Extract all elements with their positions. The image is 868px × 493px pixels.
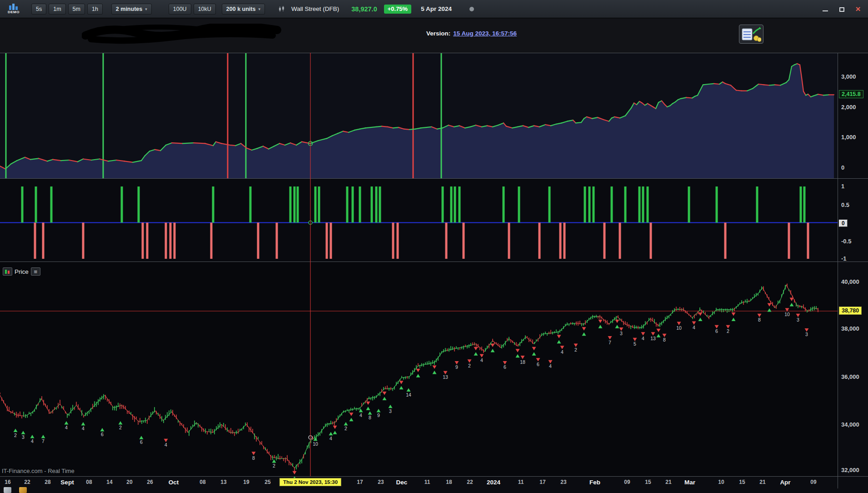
svg-text:8: 8 [369,415,371,420]
svg-text:10: 10 [313,441,318,447]
timeframe-1m-button[interactable]: 1m [49,4,65,15]
svg-text:2: 2 [468,363,471,368]
demo-logo-label: DEMO [8,10,20,14]
svg-text:2: 2 [574,347,577,352]
taskbar-icon-2[interactable] [19,487,27,493]
demo-logo-icon [9,4,19,10]
period-label: 2 minutes [116,6,142,12]
watermark: IT-Finance.com - Real Time [2,468,75,474]
svg-text:3: 3 [797,317,799,322]
minimize-icon [823,10,828,11]
price-style-button[interactable] [3,267,12,276]
svg-text:8: 8 [758,317,761,322]
version-label: Version: [426,30,450,37]
demo-logo: DEMO [4,4,24,14]
units-label: 200 k units [226,6,256,12]
svg-text:18: 18 [520,359,525,365]
timeframe-5s-button[interactable]: 5s [31,4,46,15]
svg-text:2: 2 [119,425,122,430]
svg-text:8: 8 [252,455,255,461]
chart-canvas[interactable]: 2347446264821042489314139246186442735413… [0,0,868,493]
close-button[interactable]: × [854,5,862,13]
maximize-button[interactable] [838,5,845,13]
svg-text:4: 4 [549,363,552,369]
window-controls: × [822,5,864,13]
instrument-chart-icon [278,6,285,12]
instrument-price: 38,927.0 [351,5,377,13]
svg-text:7: 7 [42,438,45,444]
taskbar-icon-1[interactable] [4,487,11,493]
redaction-scribble [82,24,282,45]
status-dot [469,7,474,11]
svg-text:4: 4 [329,436,332,441]
version-link[interactable]: 15 Aug 2023, 16:57:56 [453,30,517,37]
svg-text:2: 2 [344,426,347,431]
svg-text:3: 3 [22,434,25,440]
size-100u-button[interactable]: 100U [169,4,191,15]
svg-text:6: 6 [101,432,104,437]
statistics-icon [741,26,761,42]
version-bar: Version:15 Aug 2023, 16:57:56 [0,18,868,53]
svg-text:2: 2 [727,328,729,334]
svg-text:4: 4 [165,442,167,448]
price-menu-button[interactable]: ≡ [31,267,40,276]
svg-text:4: 4 [65,425,68,430]
size-10ku-button[interactable]: 10kU [194,4,216,15]
price-panel-header: Price ≡ [3,267,40,276]
period-dropdown[interactable]: 2 minutes ▾ [111,4,152,15]
svg-text:2: 2 [273,463,275,468]
svg-text:4: 4 [642,336,644,341]
svg-text:9: 9 [455,364,458,370]
svg-text:13: 13 [650,336,656,341]
svg-text:9: 9 [377,413,380,418]
svg-text:10: 10 [784,312,790,317]
svg-text:5: 5 [634,341,636,347]
svg-text:6: 6 [140,439,143,445]
svg-text:6: 6 [715,328,718,334]
svg-text:14: 14 [406,392,411,397]
svg-text:4: 4 [359,413,362,418]
svg-text:4: 4 [480,357,483,363]
titlebar: DEMO 5s 1m 5m 1h 2 minutes ▾ 100U 10kU 2… [0,0,868,18]
svg-text:6: 6 [537,362,539,367]
svg-text:4: 4 [561,349,564,355]
maximize-icon [839,7,844,12]
svg-text:6: 6 [504,364,506,370]
svg-text:2: 2 [14,433,17,438]
svg-text:3: 3 [805,332,808,337]
chevron-down-icon: ▾ [145,7,147,11]
svg-text:7: 7 [609,340,611,345]
change-badge: +0.75% [384,5,411,14]
chevron-down-icon: ▾ [258,7,260,11]
svg-text:4: 4 [82,426,85,431]
instrument-name: Wall Street (DFB) [291,5,339,12]
svg-text:3: 3 [389,408,392,414]
statistics-button[interactable] [739,25,763,44]
svg-text:4: 4 [31,438,34,444]
session-date: 5 Apr 2024 [421,5,452,12]
price-panel-label: Price [15,268,29,275]
svg-text:13: 13 [443,374,448,380]
svg-text:8: 8 [663,337,666,342]
candle-style-icon [5,269,10,274]
timeframe-1h-button[interactable]: 1h [87,4,103,15]
minimize-button[interactable] [822,5,829,13]
units-dropdown[interactable]: 200 k units ▾ [222,4,265,15]
list-icon: ≡ [34,269,37,275]
svg-text:4: 4 [693,325,695,330]
signals-panel[interactable] [0,178,838,262]
svg-text:3: 3 [620,331,623,336]
timeframe-5m-button[interactable]: 5m [68,4,85,15]
svg-text:10: 10 [676,325,682,331]
